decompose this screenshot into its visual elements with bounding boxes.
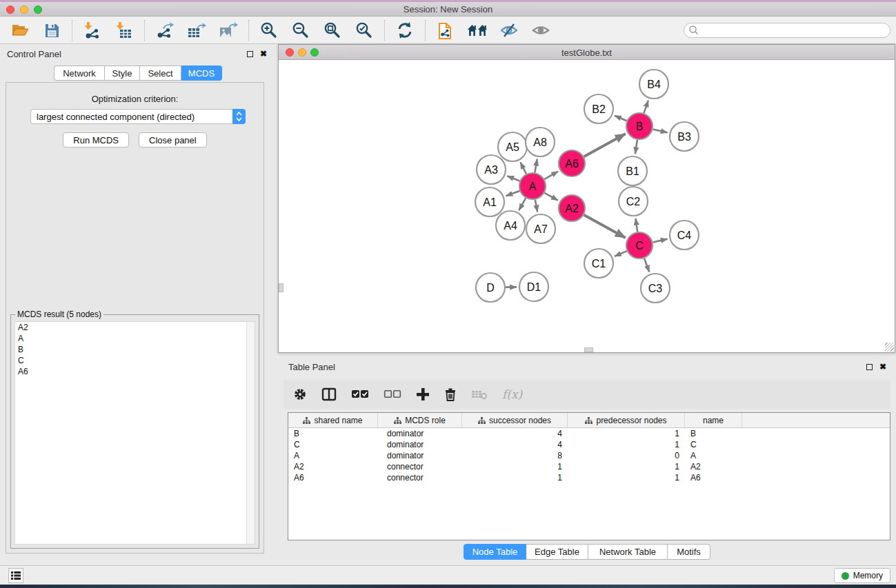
mcds-result-item[interactable]: A6 [15, 366, 255, 377]
zoom-out-icon[interactable] [290, 20, 311, 41]
edge-C-C1[interactable] [615, 251, 627, 256]
table-row[interactable]: Cdominator41C [288, 439, 890, 450]
search-input[interactable] [684, 23, 890, 38]
scrollbar[interactable] [246, 322, 255, 544]
edge-A-A4[interactable] [519, 198, 526, 210]
table-cell[interactable]: 1 [568, 428, 685, 439]
table-cell[interactable]: 4 [462, 428, 568, 439]
table-cell[interactable]: 4 [462, 439, 568, 450]
tab-select[interactable]: Select [140, 65, 181, 81]
table-cell[interactable]: A [685, 450, 742, 461]
save-session-icon[interactable] [41, 20, 62, 41]
edge-B-B4[interactable] [644, 101, 648, 113]
edge-A-A8[interactable] [535, 159, 537, 173]
tab-motifs[interactable]: Motifs [668, 544, 710, 560]
table-settings-icon[interactable] [293, 385, 307, 404]
edge-C-C3[interactable] [644, 258, 649, 272]
tab-network[interactable]: Network [54, 65, 105, 81]
import-network-icon[interactable] [82, 20, 103, 41]
hide-icon[interactable] [499, 20, 519, 41]
show-columns-icon[interactable] [321, 385, 337, 404]
tab-mcds[interactable]: MCDS [181, 65, 222, 81]
float-table-panel-icon[interactable] [866, 364, 873, 370]
tab-edge-table[interactable]: Edge Table [526, 544, 588, 560]
edge-B-B1[interactable] [635, 140, 637, 154]
tab-style[interactable]: Style [105, 65, 140, 81]
export-image-icon[interactable] [218, 20, 239, 41]
edge-A-A2[interactable] [544, 193, 558, 201]
table-cell[interactable]: 1 [462, 472, 568, 483]
main-titlebar[interactable]: Session: New Session [0, 2, 896, 17]
horizontal-scrollbar[interactable] [584, 347, 593, 352]
import-table-icon[interactable] [114, 20, 135, 41]
table-cell[interactable]: A2 [288, 461, 378, 472]
mcds-result-item[interactable]: A [15, 333, 255, 344]
close-panel-button[interactable]: Close panel [139, 132, 207, 148]
edge-B-B3[interactable] [653, 129, 667, 132]
select-all-icon[interactable] [351, 385, 369, 404]
table-row[interactable]: A6connector11A6 [288, 472, 890, 483]
table-row[interactable]: Adominator80A [288, 450, 890, 461]
table-cell[interactable]: 1 [568, 472, 685, 483]
table-cell[interactable]: B [288, 428, 378, 439]
refresh-icon[interactable] [395, 20, 415, 41]
node-table[interactable]: shared nameMCDS rolesuccessor nodesprede… [288, 412, 890, 540]
open-file-icon[interactable] [10, 20, 30, 41]
column-header[interactable]: name [685, 413, 742, 427]
home-icon[interactable] [467, 20, 488, 41]
mcds-result-item[interactable]: A2 [15, 322, 255, 333]
network-from-file-icon[interactable] [435, 20, 456, 41]
table-cell[interactable]: 1 [568, 439, 685, 450]
edge-A2-C[interactable] [584, 215, 626, 238]
tab-network-table[interactable]: Network Table [588, 544, 668, 560]
table-row[interactable]: Bdominator41B [288, 428, 890, 439]
table-cell[interactable]: 0 [568, 450, 685, 461]
export-table-icon[interactable] [186, 20, 207, 41]
edge-A-A3[interactable] [507, 176, 519, 181]
edge-A-A5[interactable] [520, 162, 526, 174]
mcds-result-item[interactable]: B [15, 344, 255, 355]
mcds-result-list[interactable]: A2ABCA6 [14, 321, 255, 545]
close-panel-icon[interactable]: ✖ [260, 50, 267, 57]
table-cell[interactable]: A6 [288, 472, 378, 483]
table-cell[interactable]: A [288, 450, 378, 461]
run-mcds-button[interactable]: Run MCDS [63, 132, 129, 148]
close-table-panel-icon[interactable]: ✖ [879, 363, 886, 370]
edge-A-A1[interactable] [506, 191, 519, 196]
export-network-icon[interactable] [155, 20, 175, 41]
zoom-fit-icon[interactable] [322, 20, 343, 41]
column-header[interactable]: shared name [288, 413, 378, 427]
table-cell[interactable]: 1 [568, 461, 685, 472]
table-row[interactable]: A2connector11A2 [288, 461, 890, 472]
deselect-all-icon[interactable] [384, 385, 401, 404]
table-cell[interactable]: 8 [462, 450, 568, 461]
table-cell[interactable]: B [685, 428, 742, 439]
delete-column-icon[interactable] [444, 385, 457, 404]
table-cell[interactable]: A2 [685, 461, 742, 472]
network-canvas[interactable]: B4B2BB3A5A8A6B1A3AC2A1A2A4A7C4CC1C3DD1 [279, 60, 895, 352]
zoom-in-icon[interactable] [259, 20, 279, 41]
table-cell[interactable]: connector [378, 472, 462, 483]
table-cell[interactable]: A6 [685, 472, 742, 483]
column-header[interactable]: successor nodes [462, 413, 568, 427]
edge-A-A6[interactable] [544, 172, 558, 179]
network-window-titlebar[interactable]: testGlobe.txt [279, 45, 895, 60]
float-panel-icon[interactable] [247, 51, 253, 57]
memory-button[interactable]: Memory [834, 568, 890, 583]
table-cell[interactable]: dominator [378, 439, 462, 450]
table-cell[interactable]: dominator [378, 428, 462, 439]
show-icon[interactable] [530, 20, 551, 41]
edge-A-A7[interactable] [535, 200, 537, 212]
table-cell[interactable]: 1 [462, 461, 568, 472]
mcds-result-item[interactable]: C [15, 355, 255, 366]
zoom-selected-icon[interactable] [354, 20, 375, 41]
vertical-scrollbar[interactable] [279, 283, 283, 292]
edge-A6-B[interactable] [584, 134, 626, 156]
edge-B-B2[interactable] [615, 116, 627, 121]
tab-node-table[interactable]: Node Table [464, 544, 526, 560]
task-history-icon[interactable] [8, 568, 23, 583]
network-view-window[interactable]: testGlobe.txt B4B2BB3A5A8A6B1A3AC2A1A2A4… [278, 44, 895, 353]
table-cell[interactable]: dominator [378, 450, 462, 461]
table-cell[interactable]: connector [378, 461, 462, 472]
edge-C-C4[interactable] [653, 239, 667, 243]
